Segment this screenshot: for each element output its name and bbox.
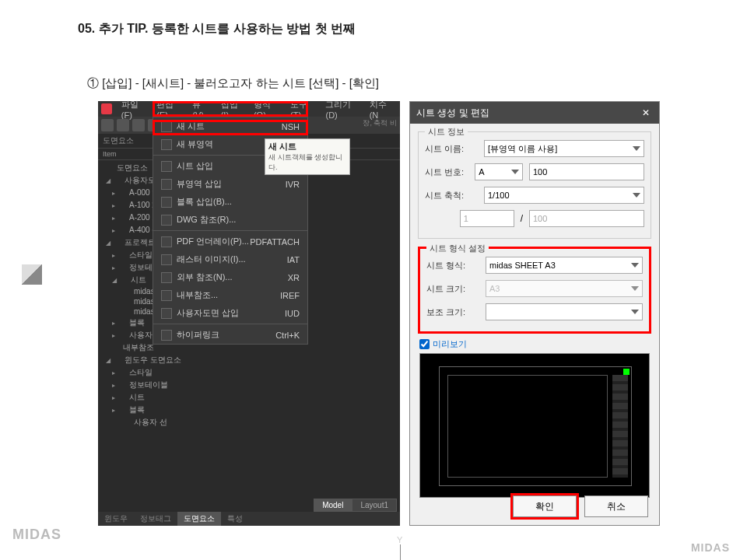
status-tab-drawing[interactable]: 도면요소 (177, 512, 221, 526)
tree-item[interactable]: ▸스타일 (98, 366, 400, 379)
folder-icon (118, 189, 126, 197)
preview-area (419, 353, 650, 498)
status-tab-infotag[interactable]: 정보태그 (134, 512, 177, 526)
chevron-icon: ▸ (112, 252, 115, 259)
preview-checkbox-row[interactable]: 미리보기 (419, 338, 650, 350)
sheet-number-prefix-select[interactable]: A (475, 163, 523, 180)
label-sheet-name: 시트 이름: (425, 143, 478, 155)
menu-draw[interactable]: 그리기(D) (321, 97, 363, 121)
tab-layout1[interactable]: Layout1 (352, 499, 397, 512)
tooltip-title: 새 시트 (268, 141, 346, 152)
aux-size-select[interactable] (486, 303, 643, 320)
step-description: ① [삽입] - [새시트] - 불러오고자 하는 시트 [선택] - [확인] (87, 76, 379, 91)
menu-item-icon (161, 197, 172, 208)
menu-item[interactable]: 사용자도면 삽입IUD (153, 304, 307, 322)
tree-item-label: 시트 (129, 392, 145, 403)
folder-icon (118, 214, 126, 222)
new-sheet-tooltip: 새 시트 새 시트객체를 생성합니다. (265, 138, 350, 175)
sheet-format-group: 시트 형식 설정 시트 형식: midas SHEET A3 시트 크기: A3… (418, 247, 651, 334)
menu-item-label: 뷰영역 삽입 (177, 178, 222, 190)
label-sheet-scale: 시트 축척: (425, 190, 478, 201)
label-sheet-number: 시트 번호: (425, 166, 468, 178)
preview-label: 미리보기 (433, 338, 467, 350)
tree-item-label: 스타일 (129, 250, 153, 261)
chevron-icon: ◢ (106, 240, 110, 247)
tree-item[interactable]: ▸시트 (98, 391, 400, 404)
sheet-format-group-title: 시트 형식 설정 (426, 243, 489, 254)
tooltip-desc: 새 시트객체를 생성합니다. (268, 152, 346, 173)
menu-item-icon (161, 308, 172, 319)
menu-item-shortcut: IREF (280, 291, 300, 300)
node-icon (123, 418, 131, 426)
sheet-info-group-title: 시트 정보 (425, 126, 468, 138)
ribbon-tool-icon[interactable] (117, 119, 129, 131)
tree-item[interactable]: ▸정보테이블 (98, 379, 400, 391)
tree-item-label: 시트 (131, 275, 146, 285)
menu-file[interactable]: 파일(F) (117, 97, 150, 121)
ribbon-tool-icon[interactable] (132, 119, 145, 131)
cancel-button[interactable]: 취소 (584, 495, 648, 517)
menu-item[interactable]: 외부 참조(N)...XR (153, 268, 307, 286)
node-icon (118, 251, 126, 259)
highlight-insert-menu (153, 101, 308, 117)
brand-bottom-left: MIDAS (12, 527, 61, 543)
status-tabs: 윈도우 정보태그 도면요소 특성 (98, 512, 400, 526)
menu-item-icon (161, 215, 172, 226)
menu-item[interactable]: 블록 삽입(B)... (153, 193, 307, 211)
page-title: 05. 추가 TIP. 등록한 시트를 사용하는 방법 첫 번째 (78, 21, 356, 37)
close-icon[interactable]: ✕ (639, 106, 653, 120)
menu-item[interactable]: 내부참조...IREF (153, 286, 307, 304)
label-sheet-size: 시트 크기: (426, 283, 479, 295)
folder-icon (106, 164, 114, 172)
sheet-info-group: 시트 정보 시트 이름: [뷰영역 이름 사용] 시트 번호: A 시트 축척:… (418, 131, 651, 239)
model-layout-tabs: Model Layout1 (314, 499, 397, 512)
chevron-icon: ▸ (112, 332, 115, 339)
menu-item-icon (161, 179, 172, 190)
node-icon (118, 264, 126, 271)
menu-item-shortcut: IVR (286, 180, 300, 189)
menu-item[interactable]: PDF 언더레이(P)...PDFATTACH (153, 233, 307, 250)
menu-item[interactable]: DWG 참조(R)... (153, 211, 307, 229)
tree-item[interactable]: 사용자 선 (98, 416, 400, 429)
folder-icon (114, 177, 121, 184)
menu-item[interactable]: 하이퍼링크Ctrl+K (153, 326, 307, 344)
sheet-format-select[interactable]: midas SHEET A3 (486, 257, 643, 274)
sheet-scale-select[interactable]: 1/100 (484, 187, 644, 204)
menu-item-label: DWG 참조(R)... (177, 214, 236, 226)
tab-model[interactable]: Model (314, 499, 352, 512)
sheet-icon (123, 298, 131, 306)
tree-item-label: 도면요소 (117, 163, 148, 173)
menu-item-shortcut: XR (288, 273, 300, 282)
node-icon (118, 319, 126, 327)
dialog-title: 시트 생성 및 편집 (416, 107, 489, 120)
status-tab-window[interactable]: 윈도우 (98, 512, 134, 526)
menu-dim[interactable]: 치수(N (365, 97, 397, 121)
menu-item-shortcut: Ctrl+K (275, 331, 300, 340)
sheet-number-input[interactable] (529, 163, 644, 180)
ucs-axis-icon: Y X (386, 544, 448, 560)
sheet-icon (123, 308, 131, 316)
status-tab-props[interactable]: 특성 (221, 512, 249, 526)
scale-slash: / (521, 213, 523, 224)
chevron-icon: ◢ (106, 357, 110, 364)
chevron-icon: ▸ (112, 407, 115, 414)
tree-item[interactable]: ◢윈도우 도면요소 (98, 354, 400, 366)
ribbon-tool-icon[interactable] (101, 119, 114, 131)
menu-item-icon (161, 139, 172, 150)
sheet-name-select[interactable]: [뷰영역 이름 사용] (484, 140, 644, 157)
node-icon (112, 344, 120, 352)
menu-item[interactable]: 뷰영역 삽입IVR (153, 175, 307, 193)
folder-icon (114, 239, 121, 247)
menu-item-icon (161, 290, 172, 301)
ok-button[interactable]: 확인 (513, 495, 577, 517)
chevron-icon: ▸ (112, 264, 115, 271)
tree-item[interactable]: ▸블록 (98, 404, 400, 416)
chevron-icon: ▸ (112, 190, 115, 197)
axis-y-label: Y (397, 535, 402, 544)
menu-item[interactable]: 래스터 이미지(I)...IAT (153, 250, 307, 268)
folder-icon (118, 201, 126, 209)
node-icon (118, 406, 126, 414)
chevron-icon: ▸ (112, 202, 115, 209)
side-logo-icon (22, 264, 42, 285)
preview-checkbox[interactable] (419, 339, 430, 349)
